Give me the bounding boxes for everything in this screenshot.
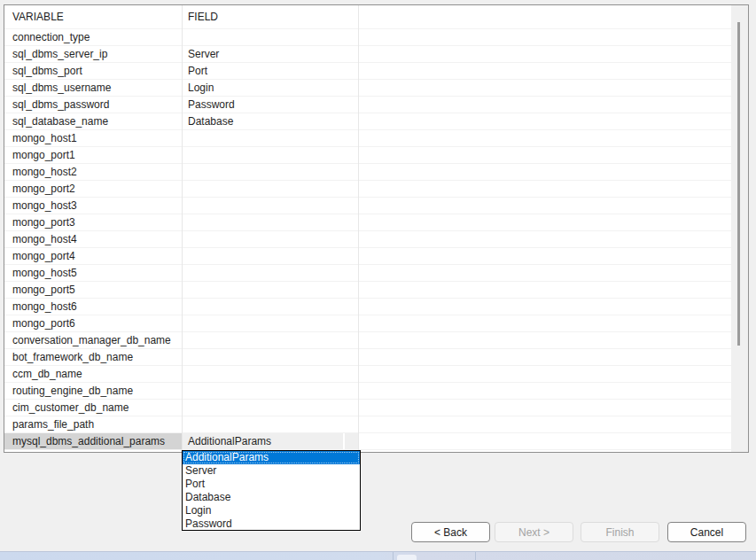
table-row[interactable]: mongo_host1 xyxy=(4,130,731,147)
empty-cell xyxy=(358,198,731,214)
empty-cell xyxy=(358,383,731,399)
field-cell xyxy=(182,416,358,432)
variable-cell: sql_dbms_password xyxy=(4,97,182,113)
variable-cell: connection_type xyxy=(4,29,182,45)
cancel-button[interactable]: Cancel xyxy=(667,522,746,542)
field-cell xyxy=(182,366,358,382)
table-row[interactable]: mongo_host6 xyxy=(4,299,731,315)
variable-cell: mongo_host3 xyxy=(4,198,182,214)
empty-cell xyxy=(358,366,731,382)
table-row[interactable]: mysql_dbms_additional_paramsAdditionalPa… xyxy=(4,433,731,450)
field-combobox[interactable]: AdditionalParams xyxy=(182,433,358,449)
combobox-dropdown-button[interactable] xyxy=(345,433,358,449)
table-row[interactable]: bot_framework_db_name xyxy=(4,349,731,366)
field-cell xyxy=(182,265,358,281)
field-cell xyxy=(182,29,358,45)
column-header-variable[interactable]: VARIABLE xyxy=(4,11,182,23)
column-divider xyxy=(182,5,183,452)
table-header-row: VARIABLE FIELD xyxy=(4,5,731,29)
table-row[interactable]: mongo_port5 xyxy=(4,282,731,299)
field-cell xyxy=(182,349,358,365)
finish-button[interactable]: Finish xyxy=(581,522,659,542)
empty-cell xyxy=(358,416,731,432)
empty-cell xyxy=(358,265,731,281)
field-cell xyxy=(182,181,358,197)
field-cell xyxy=(182,383,358,399)
table-row[interactable]: mongo_port4 xyxy=(4,248,731,265)
empty-cell xyxy=(358,130,731,146)
dropdown-option[interactable]: AdditionalParams xyxy=(183,451,360,464)
dropdown-option[interactable]: Login xyxy=(183,503,360,517)
table-row[interactable]: sql_dbms_usernameLogin xyxy=(4,80,731,97)
variable-cell: conversation_manager_db_name xyxy=(4,332,182,348)
background-window-divider xyxy=(393,552,394,560)
next-button[interactable]: Next > xyxy=(495,522,573,542)
table-row[interactable]: ccm_db_name xyxy=(4,366,731,383)
variable-cell: mongo_host6 xyxy=(4,299,182,315)
table-row[interactable]: sql_dbms_passwordPassword xyxy=(4,97,731,113)
column-header-field[interactable]: FIELD xyxy=(182,11,358,23)
dropdown-option[interactable]: Port xyxy=(183,478,360,491)
field-dropdown-list: AdditionalParamsServerPortDatabaseLoginP… xyxy=(182,450,361,531)
variable-cell: mongo_port4 xyxy=(4,248,182,264)
table-row[interactable]: sql_database_nameDatabase xyxy=(4,113,731,130)
dropdown-option[interactable]: Password xyxy=(183,517,360,530)
wizard-dialog: { "table": { "header": { "variable": "VA… xyxy=(0,0,756,560)
table-row[interactable]: mongo_host5 xyxy=(4,265,731,282)
table-row[interactable]: sql_dbms_server_ipServer xyxy=(4,46,731,63)
variable-cell: mongo_port3 xyxy=(4,214,182,230)
variable-cell: ccm_db_name xyxy=(4,366,182,382)
table-row[interactable]: cim_customer_db_name xyxy=(4,400,731,416)
empty-cell xyxy=(358,29,731,45)
empty-cell xyxy=(358,113,731,129)
table-row[interactable]: mongo_host4 xyxy=(4,231,731,248)
table-row[interactable]: mongo_port6 xyxy=(4,315,731,332)
empty-cell xyxy=(358,181,731,197)
variable-cell: mongo_host1 xyxy=(4,130,182,146)
empty-cell xyxy=(358,97,731,113)
empty-cell xyxy=(358,315,731,331)
variable-cell: sql_dbms_port xyxy=(4,63,182,79)
variable-cell: mongo_port5 xyxy=(4,282,182,298)
empty-cell xyxy=(358,282,731,298)
field-cell: Password xyxy=(182,97,358,113)
field-cell xyxy=(182,282,358,298)
variable-cell: mongo_port1 xyxy=(4,147,182,163)
variable-cell: cim_customer_db_name xyxy=(4,400,182,416)
table-row[interactable]: sql_dbms_portPort xyxy=(4,63,731,80)
table-row[interactable]: connection_type xyxy=(4,29,731,46)
background-window-tab xyxy=(397,555,417,560)
table-row[interactable]: params_file_path xyxy=(4,416,731,433)
empty-cell xyxy=(358,63,731,79)
empty-cell xyxy=(358,231,731,247)
table-row[interactable]: mongo_host2 xyxy=(4,164,731,181)
table-body: connection_typesql_dbms_server_ipServers… xyxy=(4,29,731,450)
scrollbar-thumb[interactable] xyxy=(737,22,740,346)
table-grid: VARIABLE FIELD connection_typesql_dbms_s… xyxy=(4,5,731,452)
field-cell xyxy=(182,315,358,331)
field-cell xyxy=(182,130,358,146)
variable-cell: mongo_host4 xyxy=(4,231,182,247)
variable-cell: mongo_port2 xyxy=(4,181,182,197)
empty-cell xyxy=(358,349,731,365)
empty-cell xyxy=(358,80,731,96)
table-row[interactable]: mongo_port1 xyxy=(4,147,731,164)
table-row[interactable]: mongo_host3 xyxy=(4,198,731,214)
field-cell: Login xyxy=(182,80,358,96)
variable-cell: sql_dbms_server_ip xyxy=(4,46,182,62)
field-cell xyxy=(182,248,358,264)
table-row[interactable]: routing_engine_db_name xyxy=(4,383,731,400)
dropdown-option[interactable]: Server xyxy=(183,464,360,478)
table-row[interactable]: conversation_manager_db_name xyxy=(4,332,731,349)
table-row[interactable]: mongo_port2 xyxy=(4,181,731,198)
dropdown-option[interactable]: Database xyxy=(183,490,360,503)
table-row[interactable]: mongo_port3 xyxy=(4,214,731,231)
variable-cell: mongo_host5 xyxy=(4,265,182,281)
field-cell: AdditionalParams xyxy=(182,433,358,449)
vertical-scrollbar[interactable] xyxy=(731,5,748,452)
back-button[interactable]: < Back xyxy=(411,522,490,542)
empty-cell xyxy=(358,332,731,348)
field-cell xyxy=(182,147,358,163)
variable-cell: mongo_port6 xyxy=(4,315,182,331)
variable-cell: mongo_host2 xyxy=(4,164,182,180)
